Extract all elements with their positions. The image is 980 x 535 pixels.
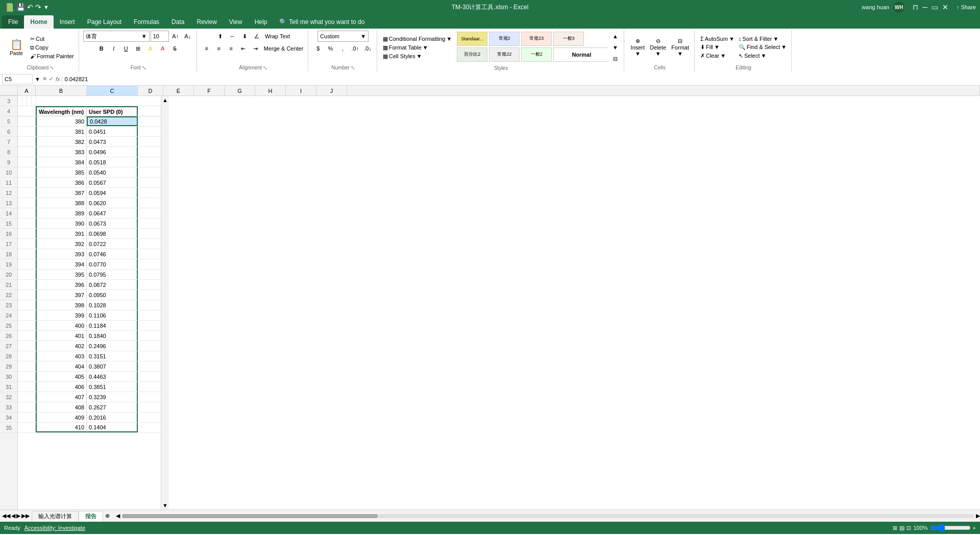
cell-c15[interactable]: 0.0673 <box>87 218 138 228</box>
cell-styles-button[interactable]: ▦ Cell Styles ▼ <box>381 53 454 60</box>
clipboard-expand-icon[interactable]: ⤡ <box>50 65 54 70</box>
cell-d31[interactable] <box>138 382 161 392</box>
cell-b33[interactable]: 408 <box>36 402 87 412</box>
strikethrough-button[interactable]: S̶ <box>169 43 181 54</box>
grid-cell-d4[interactable] <box>138 106 161 116</box>
style-normal[interactable]: Normal <box>553 47 608 62</box>
sheet-nav-left[interactable]: ◀◀ <box>2 513 10 519</box>
col-header-d[interactable]: D <box>138 86 163 95</box>
formula-content[interactable]: 0.042821 <box>62 76 978 82</box>
cell-c29[interactable]: 0.3807 <box>87 361 138 371</box>
merge-center-button[interactable]: Merge & Center <box>262 43 305 54</box>
vertical-scrollbar[interactable]: ▲ ▼ <box>161 96 169 509</box>
cell-c31[interactable]: 0.3851 <box>87 382 138 392</box>
cell-c19[interactable]: 0.0770 <box>87 259 138 269</box>
cell-a31[interactable] <box>18 382 36 392</box>
cell-a11[interactable] <box>18 178 36 187</box>
cell-c8[interactable]: 0.0496 <box>87 147 138 157</box>
cell-d17[interactable] <box>138 239 161 249</box>
cell-c32[interactable]: 0.3239 <box>87 392 138 402</box>
col-header-a[interactable]: A <box>18 86 36 95</box>
cell-d19[interactable] <box>138 259 161 269</box>
comma-button[interactable]: , <box>337 43 348 54</box>
dec-decrease-button[interactable]: .0↓ <box>362 43 374 54</box>
cancel-formula-icon[interactable]: ✕ <box>42 76 47 82</box>
format-painter-button[interactable]: 🖌 Format Painter <box>29 53 76 60</box>
cell-c13[interactable]: 0.0620 <box>87 198 138 208</box>
cell-d5[interactable] <box>138 116 161 126</box>
grid-cell-c4[interactable]: User SPD (0) <box>87 106 138 116</box>
cell-a24[interactable] <box>18 310 36 320</box>
align-center-button[interactable]: ≡ <box>213 43 225 54</box>
tab-review[interactable]: Review <box>190 15 223 29</box>
scroll-bar-track[interactable] <box>122 514 974 518</box>
cell-a27[interactable] <box>18 341 36 351</box>
number-expand-icon[interactable]: ⤡ <box>351 65 355 70</box>
cell-a14[interactable] <box>18 208 36 218</box>
paste-button[interactable]: 📋 Paste <box>5 35 28 60</box>
insert-button[interactable]: ⊕ Insert ▼ <box>628 37 647 58</box>
cell-a29[interactable] <box>18 361 36 371</box>
underline-button[interactable]: U <box>120 43 132 54</box>
restore-icon[interactable]: ▭ <box>932 3 938 11</box>
zoom-in-button[interactable]: + <box>973 525 976 531</box>
currency-button[interactable]: $ <box>312 43 324 54</box>
col-header-b[interactable]: B <box>36 86 87 95</box>
cell-a22[interactable] <box>18 290 36 300</box>
grid-cell[interactable] <box>18 96 22 106</box>
cell-a6[interactable] <box>18 127 36 136</box>
tab-tell-me[interactable]: 🔍 Tell me what you want to do <box>273 15 371 29</box>
cell-b21[interactable]: 396 <box>36 280 87 289</box>
cell-d15[interactable] <box>138 218 161 228</box>
cell-d22[interactable] <box>138 290 161 300</box>
cell-b30[interactable]: 405 <box>36 372 87 381</box>
tab-home[interactable]: Home <box>24 15 53 29</box>
font-decrease-button[interactable]: A↓ <box>182 31 193 42</box>
scroll-right-button[interactable]: ▶ <box>976 513 980 519</box>
col-header-g[interactable]: G <box>225 86 255 95</box>
horizontal-scrollbar[interactable]: ◀ ▶ <box>116 513 980 519</box>
alignment-expand-icon[interactable]: ⤡ <box>263 65 267 70</box>
confirm-formula-icon[interactable]: ✓ <box>49 76 54 82</box>
tab-view[interactable]: View <box>223 15 249 29</box>
cell-b15[interactable]: 390 <box>36 218 87 228</box>
delete-button[interactable]: ⊖ Delete ▼ <box>648 37 668 58</box>
align-bottom-button[interactable]: ⬇ <box>239 31 250 42</box>
cell-b12[interactable]: 387 <box>36 188 87 198</box>
sort-filter-button[interactable]: ↕ Sort & Filter ▼ <box>737 35 788 42</box>
cell-d11[interactable] <box>138 178 161 187</box>
cell-d13[interactable] <box>138 198 161 208</box>
style-general2[interactable]: 一般2 <box>521 47 552 62</box>
cell-a5[interactable] <box>18 116 36 126</box>
cell-d18[interactable] <box>138 249 161 259</box>
close-icon[interactable]: ✕ <box>942 3 948 11</box>
cell-b23[interactable]: 398 <box>36 300 87 310</box>
sheet-nav-prev[interactable]: ◀ <box>11 513 15 519</box>
format-button[interactable]: ⊟ Format ▼ <box>669 37 691 58</box>
style-general3[interactable]: 一般3 <box>553 32 584 46</box>
grid-cell[interactable] <box>32 96 36 106</box>
wrap-text-button[interactable]: Wrap Text <box>263 31 291 42</box>
cell-b24[interactable]: 399 <box>36 310 87 320</box>
grid-cell-b4[interactable]: Wavelength (nm) <box>36 106 87 116</box>
cell-d28[interactable] <box>138 351 161 361</box>
col-header-e[interactable]: E <box>163 86 194 95</box>
cell-b6[interactable]: 381 <box>36 127 87 136</box>
conditional-formatting-button[interactable]: ▦ Conditional Formatting ▼ <box>381 35 454 43</box>
autosum-button[interactable]: Σ AutoSum ▼ <box>699 35 736 42</box>
cell-c34[interactable]: 0.2016 <box>87 412 138 422</box>
cell-d27[interactable] <box>138 341 161 351</box>
cell-c18[interactable]: 0.0746 <box>87 249 138 259</box>
decrease-indent-button[interactable]: ⇤ <box>238 43 249 54</box>
cell-a33[interactable] <box>18 402 36 412</box>
cell-c11[interactable]: 0.0567 <box>87 178 138 187</box>
cell-b31[interactable]: 406 <box>36 382 87 392</box>
cell-c21[interactable]: 0.0872 <box>87 280 138 289</box>
select-button[interactable]: ↖ Select ▼ <box>737 52 788 60</box>
cell-d35[interactable] <box>138 423 161 432</box>
bold-button[interactable]: B <box>96 43 107 54</box>
cell-c5[interactable]: 0.0428 <box>87 116 138 126</box>
cell-d33[interactable] <box>138 402 161 412</box>
dec-increase-button[interactable]: .0↑ <box>349 43 361 54</box>
cell-c23[interactable]: 0.1028 <box>87 300 138 310</box>
